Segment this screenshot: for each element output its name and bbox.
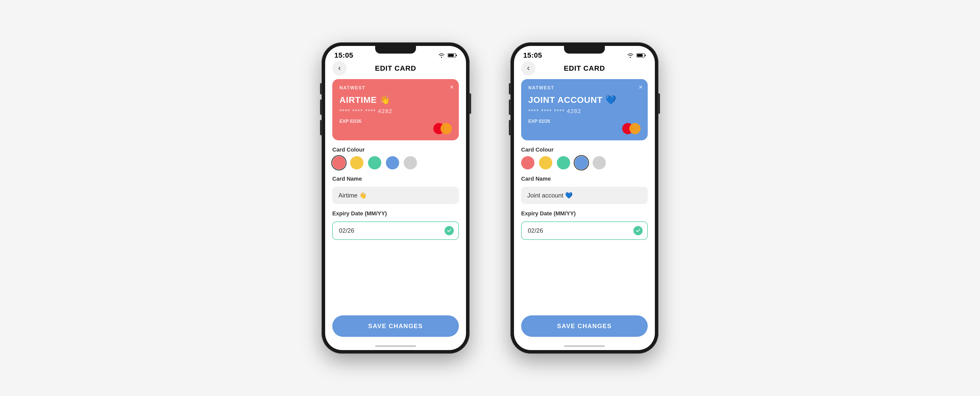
expiry-label-1: Expiry Date (MM/YY) xyxy=(332,210,459,217)
card-preview-1: × NATWEST AIRTIME 👋 **** **** **** 4282 … xyxy=(332,79,459,140)
svg-rect-5 xyxy=(637,54,643,57)
screen-content-2: × NATWEST JOINT ACCOUNT 💙 **** **** ****… xyxy=(514,76,655,344)
colour-swatches-2 xyxy=(521,156,648,169)
left-buttons xyxy=(320,83,321,135)
name-label-1: Card Name xyxy=(332,175,459,182)
name-input-1[interactable] xyxy=(332,187,459,204)
left-buttons-2 xyxy=(509,83,511,135)
name-input-2[interactable] xyxy=(521,187,648,204)
phone-2: 15:05 xyxy=(511,42,659,354)
save-button-1[interactable]: SAVE CHANGES xyxy=(332,315,459,337)
expiry-field-group-2: Expiry Date (MM/YY) xyxy=(521,210,648,240)
battery-icon-2 xyxy=(636,53,646,58)
status-time-1: 15:05 xyxy=(334,51,353,59)
page-title-2: EDIT CARD xyxy=(564,64,605,72)
home-indicator-2 xyxy=(514,344,655,350)
scene: 15:05 xyxy=(321,42,659,354)
wifi-icon-1 xyxy=(438,53,445,58)
spacer-2 xyxy=(521,246,648,309)
card-name-display-1: AIRTIME 👋 xyxy=(339,95,452,105)
status-icons-2 xyxy=(627,53,646,58)
card-close-1[interactable]: × xyxy=(450,83,454,91)
check-icon-1 xyxy=(445,226,454,235)
wifi-icon-2 xyxy=(627,53,634,58)
back-button-2[interactable] xyxy=(521,61,535,76)
status-bar-2: 15:05 xyxy=(514,46,655,60)
home-bar-2 xyxy=(564,345,605,347)
mastercard-yellow-2 xyxy=(629,123,641,134)
swatch-blue-1[interactable] xyxy=(386,156,399,169)
expiry-wrapper-2 xyxy=(521,221,648,240)
expiry-label-2: Expiry Date (MM/YY) xyxy=(521,210,648,217)
colour-swatches-1 xyxy=(332,156,459,169)
colour-section-2: Card Colour xyxy=(521,146,648,169)
phone-screen-2: 15:05 xyxy=(514,46,655,350)
card-logo-1 xyxy=(433,123,452,134)
swatch-blue-2[interactable] xyxy=(575,156,588,169)
swatch-gray-2[interactable] xyxy=(593,156,606,169)
card-bank-1: NATWEST xyxy=(339,85,452,91)
card-bank-2: NATWEST xyxy=(528,85,641,91)
swatch-yellow-2[interactable] xyxy=(539,156,552,169)
screen-content-1: × NATWEST AIRTIME 👋 **** **** **** 4282 … xyxy=(325,76,466,344)
phone-1: 15:05 xyxy=(321,42,469,354)
spacer-1 xyxy=(332,246,459,309)
swatch-gray-1[interactable] xyxy=(404,156,417,169)
nav-header-1: EDIT CARD xyxy=(325,60,466,76)
svg-rect-1 xyxy=(456,55,457,56)
card-number-2: **** **** **** 4282 xyxy=(528,108,641,115)
save-button-2[interactable]: SAVE CHANGES xyxy=(521,315,648,337)
battery-icon-1 xyxy=(448,53,457,58)
check-icon-2 xyxy=(633,226,643,235)
home-indicator-1 xyxy=(325,344,466,350)
mastercard-yellow-1 xyxy=(441,123,452,134)
expiry-field-group-1: Expiry Date (MM/YY) xyxy=(332,210,459,240)
back-button-1[interactable] xyxy=(332,61,347,76)
status-bar-1: 15:05 xyxy=(325,46,466,60)
swatch-red-1[interactable] xyxy=(332,156,345,169)
svg-rect-2 xyxy=(448,54,454,57)
svg-rect-4 xyxy=(645,55,646,56)
card-close-2[interactable]: × xyxy=(639,83,643,91)
colour-label-2: Card Colour xyxy=(521,146,648,153)
card-preview-2: × NATWEST JOINT ACCOUNT 💙 **** **** ****… xyxy=(521,79,648,140)
swatch-green-2[interactable] xyxy=(557,156,570,169)
name-field-group-1: Card Name xyxy=(332,175,459,204)
card-name-display-2: JOINT ACCOUNT 💙 xyxy=(528,95,641,105)
status-icons-1 xyxy=(438,53,457,58)
name-label-2: Card Name xyxy=(521,175,648,182)
card-logo-2 xyxy=(622,123,641,134)
swatch-green-1[interactable] xyxy=(368,156,381,169)
page-title-1: EDIT CARD xyxy=(375,64,416,72)
expiry-input-1[interactable] xyxy=(332,221,459,240)
status-time-2: 15:05 xyxy=(523,51,542,59)
colour-label-1: Card Colour xyxy=(332,146,459,153)
swatch-red-2[interactable] xyxy=(521,156,535,169)
card-number-1: **** **** **** 4282 xyxy=(339,108,452,115)
phone-screen-1: 15:05 xyxy=(325,46,466,350)
swatch-yellow-1[interactable] xyxy=(350,156,363,169)
expiry-wrapper-1 xyxy=(332,221,459,240)
nav-header-2: EDIT CARD xyxy=(514,60,655,76)
home-bar-1 xyxy=(375,345,416,347)
name-field-group-2: Card Name xyxy=(521,175,648,204)
colour-section-1: Card Colour xyxy=(332,146,459,169)
expiry-input-2[interactable] xyxy=(521,221,648,240)
